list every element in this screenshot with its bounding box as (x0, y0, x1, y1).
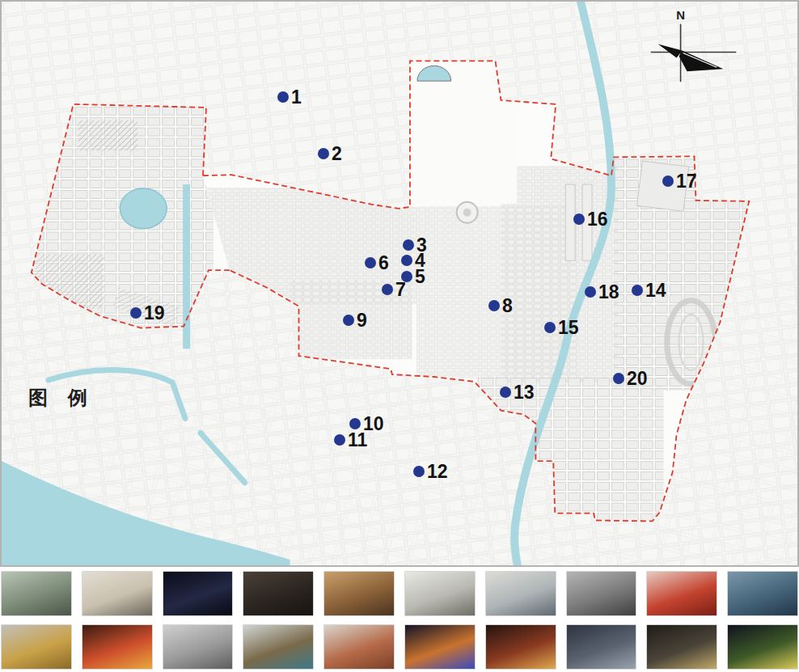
photo-craftsman-portrait-bw[interactable] (566, 571, 637, 616)
marker-dot (632, 285, 643, 296)
historic-district-map: N 图 例 1234567891011121314151617181920 (0, 0, 799, 567)
marker-number: 14 (645, 281, 666, 300)
photo-courtyard-pool[interactable] (243, 624, 314, 670)
marker-dot (277, 91, 289, 103)
photo-night-boulevard-trees[interactable] (727, 624, 798, 670)
marker-dot (413, 466, 425, 477)
marker-dot (662, 175, 674, 187)
photo-street-arcade-shops[interactable] (1, 571, 72, 616)
marker-dot (349, 418, 361, 429)
marker-number: 2 (332, 145, 342, 163)
marker-dot (365, 257, 376, 268)
photo-modern-exhibition-hall[interactable] (727, 571, 798, 616)
photo-teahouse-storefront[interactable] (82, 571, 153, 616)
map-marker-8[interactable]: 8 (488, 300, 500, 311)
marker-dot (500, 387, 511, 398)
marker-dot (573, 213, 585, 225)
map-marker-15[interactable]: 15 (544, 322, 556, 333)
marker-number: 7 (395, 281, 406, 299)
map-marker-12[interactable]: 12 (413, 466, 425, 477)
map-marker-9[interactable]: 9 (343, 315, 354, 326)
map-marker-13[interactable]: 13 (500, 387, 511, 398)
marker-number: 5 (415, 268, 425, 286)
photo-red-brick-temple[interactable] (323, 624, 395, 670)
map-marker-14[interactable]: 14 (632, 285, 643, 296)
marker-dot (488, 300, 500, 311)
marker-dot (544, 322, 556, 333)
marker-number: 15 (558, 319, 579, 337)
marker-dot (403, 239, 414, 251)
marker-dot (401, 255, 412, 266)
photo-row-2 (0, 624, 799, 670)
map-marker-20[interactable]: 20 (613, 373, 624, 384)
map-marker-16[interactable]: 16 (573, 213, 585, 225)
map-marker-4[interactable]: 4 (401, 255, 412, 266)
marker-number: 8 (502, 297, 513, 315)
photo-row-1 (0, 571, 799, 616)
marker-dot (130, 307, 142, 319)
marker-number: 18 (598, 283, 619, 302)
map-marker-3[interactable]: 3 (403, 239, 414, 251)
marker-number: 13 (514, 383, 535, 402)
map-marker-2[interactable]: 2 (318, 148, 329, 159)
photo-night-dragon-lightshow[interactable] (163, 571, 234, 616)
marker-dot (334, 434, 345, 446)
photo-red-incense-candles[interactable] (82, 624, 153, 670)
map-marker-11[interactable]: 11 (334, 434, 345, 446)
marker-dot (585, 286, 596, 298)
marker-dot (343, 315, 354, 326)
photo-woven-bamboo-artifact[interactable] (1, 624, 72, 670)
marker-number: 6 (378, 254, 389, 273)
marker-number: 17 (676, 172, 697, 191)
marker-number: 16 (587, 210, 608, 229)
photo-red-lantern-shop[interactable] (646, 571, 717, 616)
map-marker-10[interactable]: 10 (349, 418, 361, 429)
marker-dot (382, 284, 393, 295)
marker-number: 20 (627, 370, 648, 388)
photo-heritage-hall-gong[interactable] (323, 571, 395, 616)
map-marker-18[interactable]: 18 (585, 286, 596, 298)
marker-number: 11 (348, 431, 367, 450)
map-marker-7[interactable]: 7 (382, 284, 393, 295)
marker-dot (318, 148, 329, 159)
page: N 图 例 1234567891011121314151617181920 (0, 0, 799, 672)
photo-exhibition-hall-bw[interactable] (163, 624, 234, 670)
marker-number: 1 (291, 88, 302, 107)
map-marker-17[interactable]: 17 (662, 175, 674, 187)
map-marker-19[interactable]: 19 (130, 307, 142, 319)
photo-qilou-arcade-building[interactable] (404, 571, 476, 616)
photo-museum-interior-dark[interactable] (243, 571, 314, 616)
photo-colorful-puppet-lanterns[interactable] (404, 624, 476, 670)
photo-artillery-museum[interactable] (566, 624, 637, 670)
markers-layer: 1234567891011121314151617181920 (2, 2, 797, 565)
marker-dot (613, 373, 624, 384)
site-photo-gallery (0, 567, 799, 670)
map-marker-1[interactable]: 1 (277, 91, 289, 103)
marker-number: 12 (427, 463, 448, 481)
marker-number: 9 (357, 311, 367, 330)
photo-arch-gate-exhibit[interactable] (646, 624, 717, 670)
map-marker-6[interactable]: 6 (365, 257, 376, 268)
photo-night-street-lanterns[interactable] (485, 624, 556, 670)
marker-number: 19 (144, 304, 165, 323)
photo-western-style-facade[interactable] (485, 571, 556, 616)
